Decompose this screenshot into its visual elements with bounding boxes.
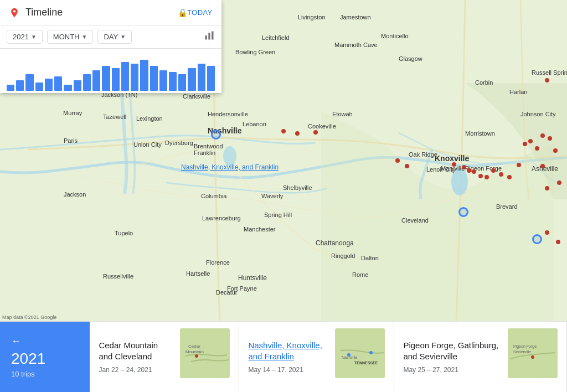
- marker-4: [395, 158, 400, 163]
- chart-bar-0: [7, 85, 14, 91]
- marker-11: [484, 175, 489, 179]
- svg-rect-4: [208, 33, 210, 40]
- rome-label: Rome: [352, 271, 368, 278]
- ring-marker-3: [532, 234, 542, 244]
- back-arrow-button[interactable]: ←: [11, 336, 79, 347]
- chart-bar-7: [74, 80, 81, 91]
- day-filter[interactable]: DAY ▼: [97, 30, 132, 44]
- asheville-label: Asheville: [532, 165, 558, 173]
- year-filter[interactable]: 2021 ▼: [7, 30, 43, 44]
- period-filter[interactable]: MONTH ▼: [47, 30, 94, 44]
- oak-ridge-label: Oak Ridge: [409, 151, 437, 158]
- svg-point-14: [369, 351, 373, 354]
- lock-icon: 🔒: [178, 8, 187, 17]
- marker-18: [535, 146, 539, 151]
- year-label: 2021: [11, 349, 79, 368]
- nashville-link-label[interactable]: Nashville, Knoxville, and Franklin: [181, 163, 279, 171]
- franklin-label: Franklin: [194, 149, 215, 156]
- trip-card-nashville-thumbnail: Nashville TENNESSEE: [335, 328, 385, 378]
- chart-bar-21: [207, 66, 215, 91]
- columbia-label: Columbia: [201, 193, 226, 199]
- marker-24: [545, 186, 549, 190]
- marker-1: [281, 129, 286, 133]
- maps-pin-icon: [9, 7, 20, 18]
- svg-text:Cedar: Cedar: [188, 344, 200, 349]
- trip-card-pigeon[interactable]: Pigeon Forge, Gatlinburg, and Seviervill…: [394, 322, 567, 392]
- huntsville-label: Huntsville: [238, 274, 267, 282]
- marker-5: [405, 164, 409, 168]
- day-filter-value: DAY: [104, 33, 118, 41]
- trip-card-cedar-title: Cedar Mountain and Cleveland: [99, 340, 173, 362]
- period-chevron-icon: ▼: [82, 34, 87, 40]
- dyersburg-label: Paris: [64, 137, 78, 144]
- fort-payne-label: Fort Payne: [227, 285, 257, 292]
- chart-bar-12: [121, 62, 129, 91]
- trip-card-cedar-thumbnail: Cedar Mountain: [180, 328, 230, 378]
- today-button[interactable]: TODAY: [187, 8, 213, 17]
- trip-card-nashville-title[interactable]: Nashville, Knoxville, and Franklin: [248, 340, 328, 362]
- marker-17: [528, 139, 533, 143]
- chart-bar-16: [159, 70, 167, 91]
- decatur-label: Decatur: [216, 289, 238, 296]
- year-filter-value: 2021: [13, 33, 29, 41]
- chart-bar-3: [35, 82, 43, 91]
- svg-rect-5: [212, 32, 213, 40]
- hendersonville-label: Hendersonville: [208, 111, 248, 117]
- chart-bar-13: [131, 64, 138, 91]
- marker-8: [467, 168, 471, 173]
- trips-count: 10 trips: [11, 370, 79, 378]
- marker-7: [462, 165, 466, 169]
- russell-springs-label: Mammoth Cave: [334, 42, 378, 48]
- union-city-label: Murray: [63, 110, 82, 116]
- trip-card-nashville-info: Nashville, Knoxville, and Franklin May 1…: [248, 328, 328, 385]
- marker-10: [478, 174, 483, 178]
- martin-label: Tazewell: [103, 114, 126, 120]
- trip-card-cedar-date: Jan 22 – 24, 2021: [99, 366, 173, 374]
- marker-3: [313, 130, 318, 135]
- marker-13: [499, 172, 503, 177]
- timeline-title: Timeline: [25, 7, 173, 18]
- middlesboro-label: Corbin: [475, 79, 493, 86]
- chart-bar-18: [178, 74, 186, 91]
- norton-label: Russell Springs: [532, 69, 567, 76]
- period-filter-value: MONTH: [53, 33, 80, 41]
- day-chevron-icon: ▼: [120, 34, 126, 40]
- trip-card-cedar-info: Cedar Mountain and Cleveland Jan 22 – 24…: [99, 328, 173, 385]
- chart-bar-9: [92, 70, 100, 91]
- trip-card-pigeon-date: May 25 – 27, 2021: [403, 366, 501, 374]
- trip-card-pigeon-thumbnail: Pigeon Forge Sevierville: [508, 328, 558, 378]
- trip-card-nashville[interactable]: Nashville, Knoxville, and Franklin May 1…: [239, 322, 394, 392]
- harlan-label: Harlan: [509, 89, 527, 95]
- chart-icon-button[interactable]: [204, 30, 215, 44]
- trip-card-pigeon-info: Pigeon Forge, Gatlinburg, and Seviervill…: [403, 328, 501, 385]
- tupelo-label: Tupelo: [115, 230, 133, 236]
- knoxville-label: Knoxville: [435, 154, 469, 163]
- paris-label: Lexington: [136, 115, 163, 122]
- lenoir-city-label: Lenoir City: [426, 166, 456, 173]
- corbin-label: Glasgow: [399, 55, 422, 62]
- livingston-label: Etowah: [332, 111, 353, 117]
- johnson-city-label: Johnson City: [520, 111, 556, 117]
- svg-point-1: [451, 168, 468, 195]
- marker-20: [548, 136, 552, 141]
- year-panel: ← 2021 10 trips: [0, 322, 90, 392]
- svg-text:Mountain: Mountain: [185, 349, 204, 354]
- mammoth-cave-label: Leitchfield: [262, 34, 290, 41]
- marker-2: [295, 131, 300, 136]
- shelbyville-label: Waverly: [261, 193, 283, 199]
- mcminnville-label: Shelbyville: [283, 184, 312, 191]
- chart-bar-15: [150, 66, 158, 91]
- cleveland-label: Cleveland: [401, 217, 429, 224]
- chart-bar-2: [25, 74, 33, 91]
- svg-text:TENNESSEE: TENNESSEE: [354, 361, 378, 365]
- marker-23: [545, 78, 549, 82]
- trip-card-cedar[interactable]: Cedar Mountain and Cleveland Jan 22 – 24…: [90, 322, 239, 392]
- marker-25: [557, 180, 561, 185]
- chart-bar-6: [64, 85, 71, 91]
- marker-26: [545, 230, 549, 235]
- ring-marker-2: [458, 207, 468, 217]
- trip-card-nashville-date: May 14 – 17, 2021: [248, 366, 328, 374]
- chart-bar-19: [188, 68, 195, 91]
- brentwood-label: Brentwood: [194, 143, 223, 149]
- bar-chart: [0, 49, 221, 93]
